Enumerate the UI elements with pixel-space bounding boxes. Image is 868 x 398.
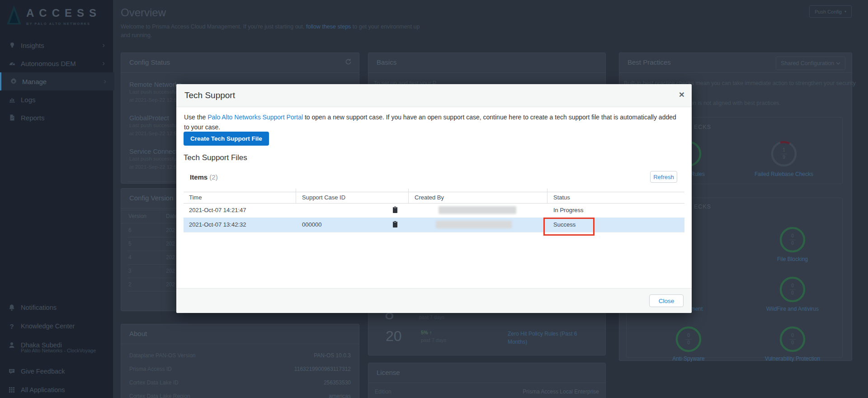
panel-title: Config Version (129, 194, 174, 202)
sidebar: ACCESS BY PALO ALTO NETWORKS Insights › … (0, 0, 113, 398)
panel-title: Best Practices (627, 58, 671, 66)
sidebar-item-reports[interactable]: Reports (0, 109, 113, 127)
welcome-text: Welcome to Prisma Access Cloud Managemen… (121, 23, 420, 40)
entry-timestamp: at 2021-Sep-22 12:5 (129, 130, 178, 138)
annotation-success-highlight (543, 218, 594, 236)
sidebar-item-autonomous-dem[interactable]: Autonomous DEM › (0, 54, 113, 72)
divider (619, 72, 852, 73)
logo-subtitle: BY PALO ALTO NETWORKS (26, 22, 101, 26)
about-label: Dataplane PAN-OS Version (129, 352, 196, 359)
status-cell: In Progress (553, 207, 583, 213)
column-header-date: Date (166, 213, 177, 219)
time-cell: 2021-Oct-07 14:21:47 (189, 207, 246, 213)
tech-support-files-heading: Tech Support Files (184, 153, 247, 162)
close-icon[interactable]: × (679, 89, 684, 100)
gauge-label-fragment[interactable]: Rules (691, 171, 705, 177)
column-header-time[interactable]: Time (189, 194, 202, 201)
zero-hit-policy-rules-link[interactable]: Zero Hit Policy Rules (Past 6 Months) (508, 330, 581, 346)
items-label: Items (190, 173, 208, 181)
vulnerability-protection-link[interactable]: Vulnerability Protection (754, 355, 831, 362)
push-config-button[interactable]: Push Config ▾ (809, 5, 852, 18)
items-count: Items (2) (190, 173, 218, 181)
chevron-right-icon: › (102, 59, 105, 68)
sidebar-item-give-feedback[interactable]: Give Feedback (0, 363, 113, 379)
caret-down-icon: ▾ (844, 9, 846, 14)
gear-icon (9, 78, 18, 85)
user-organization: Palo Alto Networks - ClockVoyage (21, 348, 96, 353)
anti-spyware-link[interactable]: Anti-Spyware (650, 355, 727, 362)
lightbulb-icon (8, 42, 16, 49)
push-config-label: Push Config (815, 9, 842, 14)
sidebar-item-label: Knowledge Center (21, 322, 75, 330)
date-cell: 202 (166, 254, 175, 261)
table-row-selected[interactable]: 2021-Oct-07 13:42:32 000000 Success (184, 218, 684, 232)
refresh-button[interactable]: Refresh (650, 171, 677, 183)
about-value: 1163219900963117312 (294, 366, 351, 372)
tech-support-modal: Tech Support × Use the Palo Alto Network… (176, 84, 692, 313)
gauge-denominator: 9 (783, 155, 785, 161)
gauge-numerator: 0 (791, 283, 794, 289)
prisma-access-logo-icon (6, 5, 23, 25)
sidebar-item-label: Manage (22, 78, 47, 85)
refresh-icon[interactable] (345, 58, 352, 67)
version-cell: 2 (128, 281, 132, 288)
entry-status: Last push successful (129, 122, 178, 130)
logo-title: ACCESS (26, 5, 101, 22)
stat-caption: past 7 days (421, 337, 446, 343)
create-tech-support-file-button[interactable]: Create Tech Support File (184, 132, 269, 146)
date-cell: 202 (166, 227, 175, 233)
case-id-cell: 000000 (302, 221, 321, 228)
panel-title: Basics (377, 58, 396, 66)
shared-configuration-dropdown[interactable]: Shared Configuration (776, 57, 845, 70)
sidebar-item-label: Give Feedback (21, 368, 65, 375)
chevron-right-icon: › (102, 41, 105, 50)
modal-header: Tech Support × (176, 84, 692, 107)
clipboard-copy-icon[interactable] (392, 206, 398, 215)
version-cell: 3 (128, 268, 132, 274)
welcome-prefix: Welcome to Prisma Access Cloud Managemen… (121, 24, 306, 30)
divider (121, 344, 359, 344)
version-cell: 5 (128, 241, 132, 247)
column-header-created-by[interactable]: Created By (415, 194, 444, 201)
panel-title: About (129, 330, 147, 337)
about-label: Cortex Data Lake Region (129, 393, 190, 398)
gauge-numerator: 0 (791, 233, 794, 239)
sidebar-item-label: Autonomous DEM (21, 60, 76, 67)
failed-rulebase-checks-gauge: 19 (770, 140, 797, 167)
stat-delta-value: 5% (421, 330, 428, 335)
modal-footer (176, 288, 692, 313)
entry-status: Last push successful (129, 88, 181, 96)
table-row[interactable]: 2021-Oct-07 14:21:47 In Progress (184, 203, 684, 218)
sidebar-item-logs[interactable]: Logs (0, 90, 113, 109)
app-window: ACCESS BY PALO ALTO NETWORKS Insights › … (0, 0, 868, 398)
chat-bubble-icon (7, 368, 16, 375)
column-divider (547, 189, 547, 203)
column-header-status[interactable]: Status (553, 194, 570, 201)
bar-chart-icon (8, 96, 16, 103)
wildfire-antivirus-link[interactable]: WildFire and Antivirus (754, 306, 831, 312)
support-portal-link[interactable]: Palo Alto Networks Support Portal (208, 114, 303, 121)
sidebar-item-label: Notifications (21, 304, 57, 311)
anti-spyware-gauge: 00 (675, 326, 702, 353)
body-prefix: Use the (184, 114, 208, 121)
close-button[interactable]: Close (649, 294, 684, 307)
sidebar-item-insights[interactable]: Insights › (0, 36, 113, 54)
license-edition-value: Prisma Access Local Enterprise (523, 389, 599, 395)
clipboard-copy-icon[interactable] (392, 221, 398, 230)
license-edition-label: Edition (375, 389, 392, 395)
sidebar-item-user[interactable]: Dhaka Subedi Palo Alto Networks - ClockV… (0, 337, 113, 353)
sidebar-item-manage[interactable]: Manage › (0, 72, 114, 90)
follow-steps-link[interactable]: follow these steps (306, 24, 351, 30)
gauge-icon (8, 60, 16, 67)
column-header-support-case-id[interactable]: Support Case ID (302, 194, 345, 201)
failed-rulebase-checks-link[interactable]: Failed Rulebase Checks (745, 171, 822, 177)
sidebar-item-notifications[interactable]: Notifications (0, 299, 113, 316)
sidebar-item-knowledge-center[interactable]: ? Knowledge Center (0, 318, 113, 334)
about-panel: About Dataplane PAN-OS Version PAN-OS 10… (121, 324, 359, 398)
config-status-entry[interactable]: GlobalProtect Last push successful at 20… (129, 114, 178, 138)
wildfire-antivirus-gauge: 00 (779, 276, 806, 303)
config-status-entry[interactable]: Remote Networks Last push successful at … (129, 81, 181, 104)
file-blocking-link[interactable]: File Blocking (754, 256, 831, 262)
brand-logo: ACCESS BY PALO ALTO NETWORKS (6, 5, 101, 26)
sidebar-item-all-applications[interactable]: All Applications (0, 382, 113, 398)
